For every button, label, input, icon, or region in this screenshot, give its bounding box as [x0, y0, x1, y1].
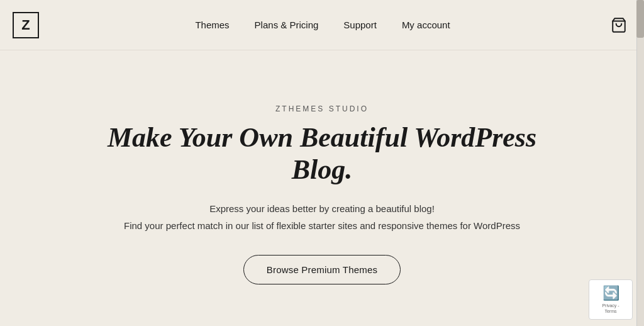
- logo-letter: Z: [21, 17, 30, 33]
- nav-item-plans[interactable]: Plans & Pricing: [255, 20, 319, 30]
- hero-subtitle1: Express your ideas better by creating a …: [209, 203, 435, 214]
- nav-item-themes[interactable]: Themes: [195, 20, 229, 30]
- recaptcha-icon: 🔄: [602, 285, 619, 301]
- scrollbar-thumb[interactable]: [636, 0, 644, 38]
- hero-subtitle2: Find your perfect match in our list of f…: [124, 220, 520, 231]
- nav-item-account[interactable]: My account: [402, 20, 450, 30]
- hero-section: ZTHEMES STUDIO Make Your Own Beautiful W…: [0, 50, 644, 326]
- recaptcha-badge: 🔄 Privacy - Terms: [589, 279, 633, 320]
- hero-title: Make Your Own Beautiful WordPress Blog.: [102, 122, 542, 186]
- recaptcha-text: Privacy - Terms: [596, 303, 626, 314]
- main-nav: Themes Plans & Pricing Support My accoun…: [39, 20, 606, 30]
- browse-themes-button[interactable]: Browse Premium Themes: [243, 255, 401, 284]
- cart-button[interactable]: [606, 13, 631, 38]
- scrollbar[interactable]: [636, 0, 644, 326]
- studio-label: ZTHEMES STUDIO: [275, 104, 369, 113]
- logo[interactable]: Z: [13, 12, 39, 38]
- cart-icon: [611, 17, 627, 33]
- nav-item-support[interactable]: Support: [343, 20, 377, 30]
- header: Z Themes Plans & Pricing Support My acco…: [0, 0, 644, 50]
